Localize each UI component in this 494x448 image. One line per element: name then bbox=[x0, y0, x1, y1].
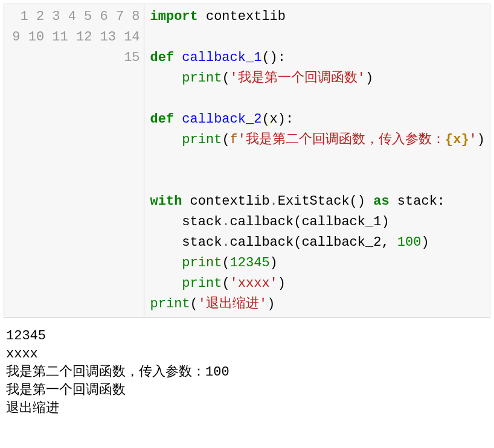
code-token: print bbox=[182, 276, 222, 291]
code-token: callback(callback_1) bbox=[230, 214, 390, 229]
code-token: contextlib bbox=[198, 9, 286, 24]
code-token: callback(callback_2, bbox=[230, 235, 397, 250]
code-token: . bbox=[222, 214, 229, 229]
code-token: print bbox=[182, 255, 222, 270]
code-token: 'xxxx' bbox=[230, 276, 278, 291]
line-number-gutter: 1 2 3 4 5 6 7 8 9 10 11 12 13 14 15 bbox=[4, 4, 144, 317]
code-token: (): bbox=[261, 50, 286, 65]
code-token: print bbox=[182, 71, 222, 86]
code-token: ) bbox=[477, 132, 485, 147]
output-line: xxxx bbox=[6, 345, 490, 363]
code-token: ) bbox=[267, 296, 275, 312]
code-token: callback_1 bbox=[182, 50, 261, 65]
code-token: import bbox=[150, 9, 198, 24]
code-token: def bbox=[150, 112, 175, 127]
code-token: stack: bbox=[390, 194, 445, 209]
code-token: 12345 bbox=[230, 255, 270, 270]
code-token: . bbox=[222, 235, 229, 250]
code-line: def callback_2(x): bbox=[150, 109, 485, 130]
code-token: print bbox=[150, 296, 190, 312]
code-line bbox=[150, 171, 485, 191]
code-token: with bbox=[150, 194, 182, 209]
code-token: ) bbox=[270, 255, 278, 270]
code-line bbox=[150, 89, 485, 109]
code-token: . bbox=[270, 194, 278, 209]
code-token: (x): bbox=[261, 112, 294, 127]
code-token: print bbox=[182, 132, 222, 147]
code-line: def callback_1(): bbox=[150, 48, 485, 68]
code-token: ' bbox=[469, 132, 477, 147]
code-token: stack bbox=[182, 214, 222, 229]
output-block: 12345xxxx我是第二个回调函数，传入参数：100我是第一个回调函数退出缩进 bbox=[0, 321, 494, 421]
code-token: contextlib bbox=[182, 194, 269, 209]
code-line bbox=[150, 27, 485, 48]
output-line: 退出缩进 bbox=[6, 400, 490, 418]
code-token: ) bbox=[278, 276, 286, 291]
code-token bbox=[174, 112, 182, 127]
code-token: ) bbox=[365, 71, 373, 86]
code-token: f bbox=[230, 132, 238, 147]
code-line: with contextlib.ExitStack() as stack: bbox=[150, 191, 485, 212]
code-line: print('退出缩进') bbox=[150, 294, 485, 315]
code-line: print('xxxx') bbox=[150, 274, 485, 294]
code-token: ExitStack() bbox=[278, 194, 373, 209]
code-token: stack bbox=[182, 235, 222, 250]
output-line: 我是第二个回调函数，传入参数：100 bbox=[6, 363, 490, 382]
code-token: callback_2 bbox=[182, 112, 261, 127]
code-token: '我是第一个回调函数' bbox=[230, 71, 365, 86]
code-token: {x} bbox=[445, 132, 469, 147]
code-line bbox=[150, 150, 485, 171]
code-area: import contextlib def callback_1(): prin… bbox=[144, 4, 490, 317]
output-line: 12345 bbox=[6, 327, 490, 345]
code-token: 100 bbox=[397, 235, 422, 250]
code-token: ( bbox=[222, 71, 229, 86]
code-token: ) bbox=[421, 235, 429, 250]
code-block: 1 2 3 4 5 6 7 8 9 10 11 12 13 14 15 impo… bbox=[4, 4, 490, 318]
code-line: stack.callback(callback_1) bbox=[150, 212, 485, 232]
code-line: print('我是第一个回调函数') bbox=[150, 68, 485, 89]
output-line: 我是第一个回调函数 bbox=[6, 382, 490, 400]
code-token: ( bbox=[222, 255, 229, 270]
code-token: ( bbox=[222, 276, 229, 291]
code-token: ( bbox=[222, 132, 229, 147]
code-line: import contextlib bbox=[150, 7, 485, 27]
code-token: '退出缩进' bbox=[198, 296, 267, 312]
code-line: stack.callback(callback_2, 100) bbox=[150, 232, 485, 253]
code-token: as bbox=[373, 194, 389, 209]
code-token: def bbox=[150, 50, 175, 65]
code-token: '我是第二个回调函数，传入参数： bbox=[238, 132, 445, 147]
code-line: print(f'我是第二个回调函数，传入参数：{x}') bbox=[150, 130, 485, 150]
code-token: ( bbox=[190, 296, 198, 312]
code-token bbox=[174, 50, 182, 65]
code-line: print(12345) bbox=[150, 253, 485, 274]
